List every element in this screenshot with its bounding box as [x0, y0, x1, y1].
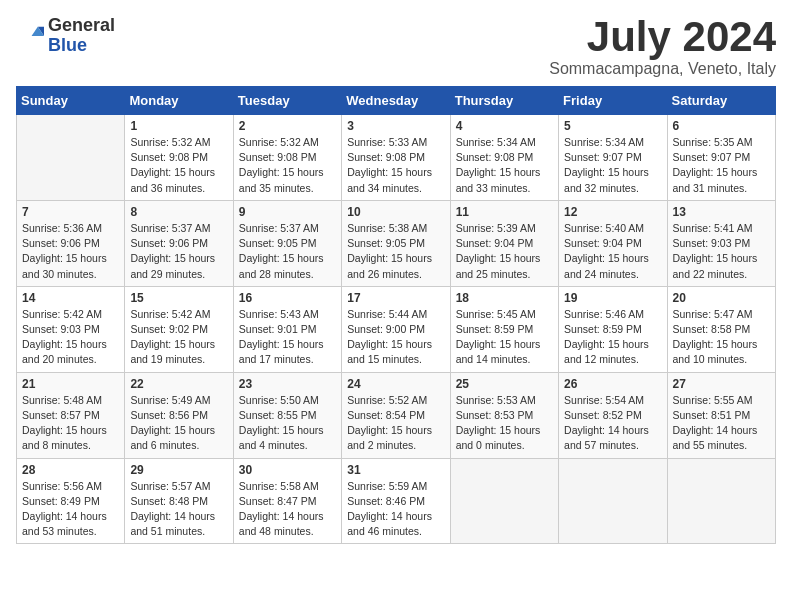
calendar-cell: 30Sunrise: 5:58 AMSunset: 8:47 PMDayligh… — [233, 458, 341, 544]
calendar-cell: 20Sunrise: 5:47 AMSunset: 8:58 PMDayligh… — [667, 286, 775, 372]
calendar-week-row: 21Sunrise: 5:48 AMSunset: 8:57 PMDayligh… — [17, 372, 776, 458]
calendar-cell — [667, 458, 775, 544]
col-header-saturday: Saturday — [667, 87, 775, 115]
calendar-cell: 29Sunrise: 5:57 AMSunset: 8:48 PMDayligh… — [125, 458, 233, 544]
day-number: 30 — [239, 463, 336, 477]
day-number: 14 — [22, 291, 119, 305]
calendar-cell: 9Sunrise: 5:37 AMSunset: 9:05 PMDaylight… — [233, 200, 341, 286]
calendar-table: SundayMondayTuesdayWednesdayThursdayFrid… — [16, 86, 776, 544]
logo-blue: Blue — [48, 36, 115, 56]
cell-details: Sunrise: 5:40 AMSunset: 9:04 PMDaylight:… — [564, 221, 661, 282]
logo: General Blue — [16, 16, 115, 56]
col-header-tuesday: Tuesday — [233, 87, 341, 115]
calendar-cell: 3Sunrise: 5:33 AMSunset: 9:08 PMDaylight… — [342, 115, 450, 201]
month-title: July 2024 — [549, 16, 776, 58]
cell-details: Sunrise: 5:32 AMSunset: 9:08 PMDaylight:… — [239, 135, 336, 196]
col-header-friday: Friday — [559, 87, 667, 115]
calendar-cell: 26Sunrise: 5:54 AMSunset: 8:52 PMDayligh… — [559, 372, 667, 458]
calendar-cell: 15Sunrise: 5:42 AMSunset: 9:02 PMDayligh… — [125, 286, 233, 372]
calendar-cell: 21Sunrise: 5:48 AMSunset: 8:57 PMDayligh… — [17, 372, 125, 458]
cell-details: Sunrise: 5:55 AMSunset: 8:51 PMDaylight:… — [673, 393, 770, 454]
calendar-cell: 10Sunrise: 5:38 AMSunset: 9:05 PMDayligh… — [342, 200, 450, 286]
calendar-week-row: 7Sunrise: 5:36 AMSunset: 9:06 PMDaylight… — [17, 200, 776, 286]
logo-text: General Blue — [48, 16, 115, 56]
calendar-cell: 25Sunrise: 5:53 AMSunset: 8:53 PMDayligh… — [450, 372, 558, 458]
title-block: July 2024 Sommacampagna, Veneto, Italy — [549, 16, 776, 78]
cell-details: Sunrise: 5:34 AMSunset: 9:07 PMDaylight:… — [564, 135, 661, 196]
calendar-cell: 14Sunrise: 5:42 AMSunset: 9:03 PMDayligh… — [17, 286, 125, 372]
col-header-monday: Monday — [125, 87, 233, 115]
day-number: 3 — [347, 119, 444, 133]
day-number: 10 — [347, 205, 444, 219]
day-number: 29 — [130, 463, 227, 477]
cell-details: Sunrise: 5:45 AMSunset: 8:59 PMDaylight:… — [456, 307, 553, 368]
day-number: 15 — [130, 291, 227, 305]
cell-details: Sunrise: 5:34 AMSunset: 9:08 PMDaylight:… — [456, 135, 553, 196]
col-header-sunday: Sunday — [17, 87, 125, 115]
calendar-cell: 1Sunrise: 5:32 AMSunset: 9:08 PMDaylight… — [125, 115, 233, 201]
day-number: 23 — [239, 377, 336, 391]
cell-details: Sunrise: 5:38 AMSunset: 9:05 PMDaylight:… — [347, 221, 444, 282]
calendar-header-row: SundayMondayTuesdayWednesdayThursdayFrid… — [17, 87, 776, 115]
page-header: General Blue July 2024 Sommacampagna, Ve… — [16, 16, 776, 78]
cell-details: Sunrise: 5:58 AMSunset: 8:47 PMDaylight:… — [239, 479, 336, 540]
calendar-cell: 27Sunrise: 5:55 AMSunset: 8:51 PMDayligh… — [667, 372, 775, 458]
day-number: 26 — [564, 377, 661, 391]
calendar-cell — [559, 458, 667, 544]
calendar-cell: 31Sunrise: 5:59 AMSunset: 8:46 PMDayligh… — [342, 458, 450, 544]
calendar-cell: 4Sunrise: 5:34 AMSunset: 9:08 PMDaylight… — [450, 115, 558, 201]
calendar-cell — [450, 458, 558, 544]
cell-details: Sunrise: 5:47 AMSunset: 8:58 PMDaylight:… — [673, 307, 770, 368]
col-header-wednesday: Wednesday — [342, 87, 450, 115]
day-number: 25 — [456, 377, 553, 391]
day-number: 17 — [347, 291, 444, 305]
day-number: 9 — [239, 205, 336, 219]
day-number: 8 — [130, 205, 227, 219]
cell-details: Sunrise: 5:42 AMSunset: 9:03 PMDaylight:… — [22, 307, 119, 368]
day-number: 1 — [130, 119, 227, 133]
location-title: Sommacampagna, Veneto, Italy — [549, 60, 776, 78]
day-number: 16 — [239, 291, 336, 305]
cell-details: Sunrise: 5:56 AMSunset: 8:49 PMDaylight:… — [22, 479, 119, 540]
day-number: 6 — [673, 119, 770, 133]
cell-details: Sunrise: 5:39 AMSunset: 9:04 PMDaylight:… — [456, 221, 553, 282]
calendar-week-row: 14Sunrise: 5:42 AMSunset: 9:03 PMDayligh… — [17, 286, 776, 372]
day-number: 18 — [456, 291, 553, 305]
calendar-cell: 22Sunrise: 5:49 AMSunset: 8:56 PMDayligh… — [125, 372, 233, 458]
cell-details: Sunrise: 5:37 AMSunset: 9:06 PMDaylight:… — [130, 221, 227, 282]
cell-details: Sunrise: 5:36 AMSunset: 9:06 PMDaylight:… — [22, 221, 119, 282]
cell-details: Sunrise: 5:46 AMSunset: 8:59 PMDaylight:… — [564, 307, 661, 368]
day-number: 24 — [347, 377, 444, 391]
cell-details: Sunrise: 5:48 AMSunset: 8:57 PMDaylight:… — [22, 393, 119, 454]
cell-details: Sunrise: 5:57 AMSunset: 8:48 PMDaylight:… — [130, 479, 227, 540]
cell-details: Sunrise: 5:41 AMSunset: 9:03 PMDaylight:… — [673, 221, 770, 282]
cell-details: Sunrise: 5:37 AMSunset: 9:05 PMDaylight:… — [239, 221, 336, 282]
cell-details: Sunrise: 5:43 AMSunset: 9:01 PMDaylight:… — [239, 307, 336, 368]
day-number: 21 — [22, 377, 119, 391]
calendar-cell: 16Sunrise: 5:43 AMSunset: 9:01 PMDayligh… — [233, 286, 341, 372]
cell-details: Sunrise: 5:35 AMSunset: 9:07 PMDaylight:… — [673, 135, 770, 196]
calendar-cell: 11Sunrise: 5:39 AMSunset: 9:04 PMDayligh… — [450, 200, 558, 286]
day-number: 22 — [130, 377, 227, 391]
calendar-cell: 13Sunrise: 5:41 AMSunset: 9:03 PMDayligh… — [667, 200, 775, 286]
cell-details: Sunrise: 5:32 AMSunset: 9:08 PMDaylight:… — [130, 135, 227, 196]
day-number: 27 — [673, 377, 770, 391]
calendar-cell: 12Sunrise: 5:40 AMSunset: 9:04 PMDayligh… — [559, 200, 667, 286]
cell-details: Sunrise: 5:49 AMSunset: 8:56 PMDaylight:… — [130, 393, 227, 454]
calendar-cell: 19Sunrise: 5:46 AMSunset: 8:59 PMDayligh… — [559, 286, 667, 372]
calendar-cell: 18Sunrise: 5:45 AMSunset: 8:59 PMDayligh… — [450, 286, 558, 372]
day-number: 12 — [564, 205, 661, 219]
calendar-week-row: 1Sunrise: 5:32 AMSunset: 9:08 PMDaylight… — [17, 115, 776, 201]
cell-details: Sunrise: 5:44 AMSunset: 9:00 PMDaylight:… — [347, 307, 444, 368]
cell-details: Sunrise: 5:53 AMSunset: 8:53 PMDaylight:… — [456, 393, 553, 454]
calendar-cell: 23Sunrise: 5:50 AMSunset: 8:55 PMDayligh… — [233, 372, 341, 458]
day-number: 31 — [347, 463, 444, 477]
cell-details: Sunrise: 5:33 AMSunset: 9:08 PMDaylight:… — [347, 135, 444, 196]
day-number: 19 — [564, 291, 661, 305]
day-number: 2 — [239, 119, 336, 133]
day-number: 28 — [22, 463, 119, 477]
day-number: 20 — [673, 291, 770, 305]
calendar-cell: 24Sunrise: 5:52 AMSunset: 8:54 PMDayligh… — [342, 372, 450, 458]
col-header-thursday: Thursday — [450, 87, 558, 115]
cell-details: Sunrise: 5:42 AMSunset: 9:02 PMDaylight:… — [130, 307, 227, 368]
